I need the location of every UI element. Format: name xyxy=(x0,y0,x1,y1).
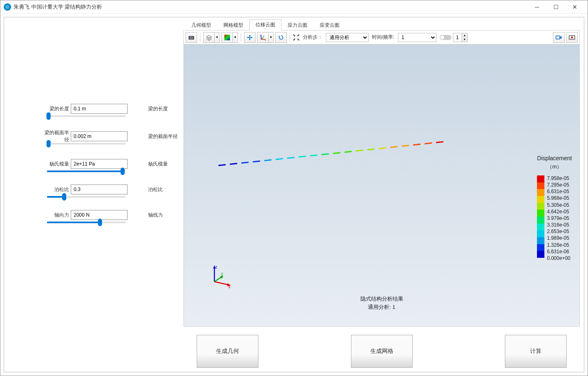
svg-text:x: x xyxy=(265,39,266,41)
legend-value: 5.968e-05 xyxy=(547,195,570,201)
param-slider-3[interactable] xyxy=(47,196,126,198)
svg-text:z: z xyxy=(215,265,217,269)
param-label2: 梁的长度 xyxy=(148,105,168,112)
pan-icon[interactable] xyxy=(244,32,256,43)
svg-text:z: z xyxy=(260,34,261,36)
param-slider-4[interactable] xyxy=(47,222,126,223)
legend-value: 4.642e-05 xyxy=(547,209,570,215)
time-freq-select[interactable]: 1 xyxy=(398,33,437,42)
svg-line-9 xyxy=(261,37,264,39)
svg-text:y: y xyxy=(221,271,223,276)
param-input-2[interactable] xyxy=(71,159,128,169)
param-label2: 杨氏模量 xyxy=(148,161,168,168)
coordinate-triad: z x y xyxy=(207,264,232,289)
cube-view-icon[interactable] xyxy=(203,32,215,43)
param-label: 梁的长度 xyxy=(44,105,69,112)
tab-3[interactable]: 应力云图 xyxy=(281,19,314,30)
param-input-1[interactable] xyxy=(71,131,128,141)
param-input-0[interactable] xyxy=(71,104,128,114)
tabs: 几何模型网格模型位移云图应力云图应变云图 xyxy=(185,19,580,30)
param-input-3[interactable] xyxy=(71,184,128,194)
generate-geometry-button[interactable]: 生成几何 xyxy=(197,335,258,368)
legend-value: 1.989e-05 xyxy=(547,235,570,241)
svg-line-21 xyxy=(214,282,229,285)
legend-value: 0.000e+00 xyxy=(547,255,570,261)
param-slider-2[interactable] xyxy=(47,170,126,172)
tab-2[interactable]: 位移云图 xyxy=(249,19,281,30)
tab-0[interactable]: 几何模型 xyxy=(185,19,217,30)
viewer-panel: 几何模型网格模型位移云图应力云图应变云图 ▼ xyxy=(181,17,584,372)
param-row-2: 杨氏模量 杨氏模量 xyxy=(4,159,181,169)
app-window: ◎ 朱勇飞 中国计量大学 梁结构静力分析 ─ ☐ ✕ 梁的长度 梁的长度 梁的截… xyxy=(0,0,588,376)
contour-icon[interactable] xyxy=(221,32,233,43)
compute-button[interactable]: 计算 xyxy=(505,335,567,368)
generate-mesh-button[interactable]: 生成网格 xyxy=(351,335,413,368)
legend-value: 7.295e-05 xyxy=(547,182,570,188)
color-legend: Displacement （m） 7.958e-057.295e-056.631… xyxy=(537,155,572,261)
svg-marker-15 xyxy=(560,36,562,39)
window-title: 朱勇飞 中国计量大学 梁结构静力分析 xyxy=(14,3,528,11)
param-row-4: 轴向力 轴线力 xyxy=(4,210,181,220)
tab-4[interactable]: 应变云图 xyxy=(314,19,346,30)
svg-point-2 xyxy=(191,37,192,38)
svg-line-24 xyxy=(214,277,222,282)
analysis-step-select[interactable]: 通用分析 xyxy=(326,33,369,42)
legend-value: 1.326e-05 xyxy=(547,242,570,248)
camera-icon[interactable] xyxy=(186,32,197,43)
param-row-1: 梁的截面半径 梁的截面半径 xyxy=(4,129,181,143)
param-label2: 轴线力 xyxy=(148,212,163,219)
svg-text:y: y xyxy=(263,34,265,37)
viewer-toolbar: ▼ ▼ zxy xyxy=(184,30,580,44)
titlebar: ◎ 朱勇飞 中国计量大学 梁结构静力分析 ─ ☐ ✕ xyxy=(0,0,588,14)
legend-value: 6.631e-06 xyxy=(547,249,570,255)
contour-dropdown[interactable]: ▼ xyxy=(233,32,238,43)
param-label: 轴向力 xyxy=(44,212,69,219)
param-slider-1[interactable] xyxy=(47,143,126,145)
param-row-0: 梁的长度 梁的长度 xyxy=(4,104,181,114)
3d-viewer[interactable]: z x y 隐式结构分析结果 通用分析: 1 xyxy=(184,44,580,327)
svg-point-17 xyxy=(571,36,573,38)
param-label: 泊松比 xyxy=(44,186,69,193)
result-caption: 隐式结构分析结果 通用分析: 1 xyxy=(360,295,403,311)
close-button[interactable]: ✕ xyxy=(565,0,584,14)
frame-spinner[interactable]: ▲▼ xyxy=(453,33,468,42)
legend-value: 3.316e-05 xyxy=(547,222,570,228)
analysis-step-label: 分析步： xyxy=(303,34,323,41)
tab-1[interactable]: 网格模型 xyxy=(217,19,249,30)
minimize-button[interactable]: ─ xyxy=(528,0,546,14)
toggle-switch[interactable] xyxy=(440,35,451,40)
axes-icon[interactable]: zxy xyxy=(257,32,269,43)
param-label2: 泊松比 xyxy=(148,186,163,193)
param-row-3: 泊松比 泊松比 xyxy=(4,184,181,194)
svg-text:x: x xyxy=(228,285,230,289)
param-label2: 梁的截面半径 xyxy=(148,133,178,140)
expand-icon xyxy=(293,34,300,41)
axes-dropdown[interactable]: ▼ xyxy=(269,32,274,43)
app-icon: ◎ xyxy=(4,3,11,11)
screenshot-icon[interactable] xyxy=(566,32,578,43)
cube-view-dropdown[interactable]: ▼ xyxy=(215,32,220,43)
beam-visualization xyxy=(217,131,449,175)
param-label: 杨氏模量 xyxy=(44,161,69,168)
legend-value: 5.305e-05 xyxy=(547,202,570,208)
maximize-button[interactable]: ☐ xyxy=(546,0,565,14)
legend-value: 2.653e-05 xyxy=(547,229,570,234)
svg-rect-6 xyxy=(224,35,230,40)
svg-rect-14 xyxy=(556,36,560,39)
legend-value: 3.979e-05 xyxy=(547,215,570,221)
rotate-icon[interactable] xyxy=(275,32,287,43)
param-slider-0[interactable] xyxy=(47,115,126,117)
parameters-panel: 梁的长度 梁的长度 梁的截面半径 梁的截面半径 杨氏模量 xyxy=(4,17,181,372)
legend-value: 7.958e-05 xyxy=(547,175,570,181)
time-freq-label: 时间/频率: xyxy=(372,34,395,41)
video-icon[interactable] xyxy=(553,32,565,43)
legend-value: 6.631e-05 xyxy=(547,189,570,194)
